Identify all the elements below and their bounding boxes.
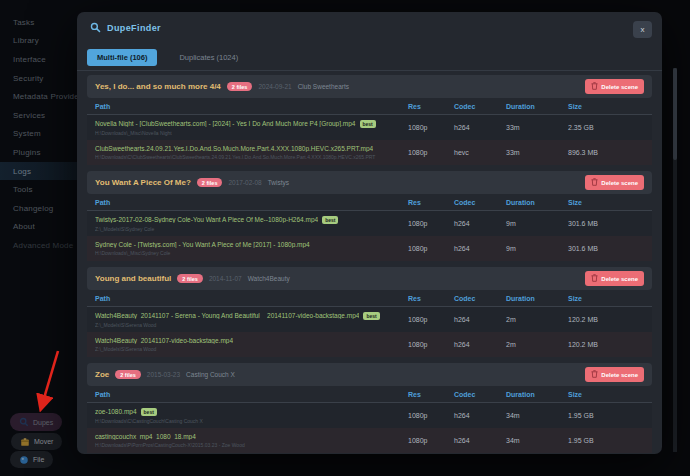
duration-value: 34m xyxy=(506,437,568,444)
file-row: Watch4Beauty_20141107 - Serena - Young A… xyxy=(87,307,652,332)
codec-value: h264 xyxy=(454,341,506,348)
col-size: Size xyxy=(568,103,644,110)
file-rows: zoe-1080.mp4 best H:\Downloads\C\Casting… xyxy=(87,403,652,453)
codec-value: h264 xyxy=(454,316,506,323)
group-date: 2015-03-23 xyxy=(147,371,180,378)
size-value: 301.6 MB xyxy=(568,245,644,252)
col-res: Res xyxy=(408,295,454,302)
dupe-groups: Yes, I do... and so much more 4/4 2 file… xyxy=(77,71,662,453)
file-row: zoe-1080.mp4 best H:\Downloads\C\Casting… xyxy=(87,403,652,428)
file-name: Watch4Beauty_20141107 - Serena - Young A… xyxy=(95,312,408,320)
group-header: Yes, I do... and so much more 4/4 2 file… xyxy=(87,75,652,98)
group-date: 2024-09-21 xyxy=(258,83,291,90)
files-count-badge: 2 files xyxy=(177,274,203,283)
res-value: 1080p xyxy=(408,220,454,227)
col-path: Path xyxy=(95,295,408,302)
file-name: Sydney Cole - [Twistys.com] - You Want A… xyxy=(95,241,408,248)
file-path: Z:\_Models\S\Serena Wood xyxy=(95,346,408,352)
group-date: 2014-11-07 xyxy=(209,275,242,282)
codec-value: h264 xyxy=(454,220,506,227)
path-cell: Watch4Beauty_20141107 - Serena - Young A… xyxy=(95,309,408,331)
group-header: You Want A Piece Of Me? 2 files 2017-02-… xyxy=(87,171,652,194)
file-name-text: Twistys-2017-02-08-Sydney Cole-You Want … xyxy=(95,216,318,223)
group-studio: Casting Couch X xyxy=(186,371,235,378)
duration-value: 2m xyxy=(506,316,568,323)
col-size: Size xyxy=(568,391,644,398)
file-name-text: castingcouchx_mp4_1080_18.mp4 xyxy=(95,433,196,440)
codec-value: h264 xyxy=(454,412,506,419)
table-header: Path Res Codec Duration Size xyxy=(87,290,652,307)
files-count-badge: 2 files xyxy=(115,370,141,379)
file-row: Novella Night - [ClubSweethearts.com] - … xyxy=(87,115,652,140)
codec-value: h264 xyxy=(454,245,506,252)
path-cell: Sydney Cole - [Twistys.com] - You Want A… xyxy=(95,238,408,259)
col-res: Res xyxy=(408,199,454,206)
delete-scene-label: Delete scene xyxy=(601,372,638,378)
delete-scene-button[interactable]: Delete scene xyxy=(585,367,644,382)
res-value: 1080p xyxy=(408,316,454,323)
delete-scene-button[interactable]: Delete scene xyxy=(585,79,644,94)
duration-value: 33m xyxy=(506,124,568,131)
best-badge: best xyxy=(141,408,157,416)
col-duration: Duration xyxy=(506,391,568,398)
path-cell: Watch4Beauty_20141107-video-backstage.mp… xyxy=(95,334,408,355)
delete-scene-label: Delete scene xyxy=(601,276,638,282)
group-title: Yes, I do... and so much more 4/4 xyxy=(95,82,221,91)
group-date: 2017-02-08 xyxy=(228,179,261,186)
file-name: Twistys-2017-02-08-Sydney Cole-You Want … xyxy=(95,216,408,224)
group-studio: Watch4Beauty xyxy=(248,275,290,282)
trash-icon xyxy=(591,370,598,379)
group-title: Young and beautiful xyxy=(95,274,171,283)
file-path: H:\Downloads\_Misc\Sydney Cole xyxy=(95,250,408,256)
best-badge: best xyxy=(322,216,338,224)
file-name-text: zoe-1080.mp4 xyxy=(95,408,137,415)
duration-value: 33m xyxy=(506,149,568,156)
res-value: 1080p xyxy=(408,124,454,131)
trash-icon xyxy=(591,274,598,283)
dupe-group: Young and beautiful 2 files 2014-11-07 W… xyxy=(87,267,652,357)
close-button[interactable]: x xyxy=(633,21,652,38)
size-value: 301.6 MB xyxy=(568,220,644,227)
file-path: H:\Downloads\_Misc\Novella Night xyxy=(95,130,408,136)
file-path: H:\Downloads\P\PornPros\CastingCouch-X\2… xyxy=(95,442,408,448)
duration-value: 34m xyxy=(506,412,568,419)
path-cell: Twistys-2017-02-08-Sydney Cole-You Want … xyxy=(95,213,408,235)
group-studio: Club Sweethearts xyxy=(298,83,349,90)
duration-value: 9m xyxy=(506,245,568,252)
delete-scene-label: Delete scene xyxy=(601,84,638,90)
group-title: You Want A Piece Of Me? xyxy=(95,178,191,187)
tab-duplicates[interactable]: Duplicates (1024) xyxy=(169,49,248,66)
res-value: 1080p xyxy=(408,149,454,156)
col-path: Path xyxy=(95,391,408,398)
delete-scene-button[interactable]: Delete scene xyxy=(585,271,644,286)
group-header: Young and beautiful 2 files 2014-11-07 W… xyxy=(87,267,652,290)
delete-scene-button[interactable]: Delete scene xyxy=(585,175,644,190)
table-header: Path Res Codec Duration Size xyxy=(87,98,652,115)
file-path: H:\Downloads\C\CastingCouch\Casting Couc… xyxy=(95,418,408,424)
tab-bar: Multi-file (106) Duplicates (1024) xyxy=(77,44,662,71)
path-cell: castingcouchx_mp4_1080_18.mp4 H:\Downloa… xyxy=(95,430,408,451)
file-row: castingcouchx_mp4_1080_18.mp4 H:\Downloa… xyxy=(87,428,652,453)
group-title: Zoe xyxy=(95,370,109,379)
col-res: Res xyxy=(408,103,454,110)
file-row: Sydney Cole - [Twistys.com] - You Want A… xyxy=(87,236,652,261)
file-name: Novella Night - [ClubSweethearts.com] - … xyxy=(95,120,408,128)
group-studio: Twistys xyxy=(268,179,289,186)
file-row: ClubSweethearts.24.09.21.Yes.I.Do.And.So… xyxy=(87,140,652,165)
file-rows: Twistys-2017-02-08-Sydney Cole-You Want … xyxy=(87,211,652,261)
dupe-group: Yes, I do... and so much more 4/4 2 file… xyxy=(87,75,652,165)
size-value: 2.35 GB xyxy=(568,124,644,131)
res-value: 1080p xyxy=(408,412,454,419)
page-scrollbar[interactable] xyxy=(673,68,677,452)
file-path: H:\Downloads\C\ClubSweethearts\ClubSweet… xyxy=(95,154,408,160)
tab-multi-file[interactable]: Multi-file (106) xyxy=(87,49,157,66)
files-count-badge: 2 files xyxy=(227,82,253,91)
search-icon xyxy=(90,19,101,37)
file-name-text: ClubSweethearts.24.09.21.Yes.I.Do.And.So… xyxy=(95,145,373,152)
size-value: 120.2 MB xyxy=(568,316,644,323)
col-codec: Codec xyxy=(454,391,506,398)
page-scrollbar-thumb[interactable] xyxy=(673,68,677,160)
codec-value: h264 xyxy=(454,437,506,444)
size-value: 896.3 MB xyxy=(568,149,644,156)
col-path: Path xyxy=(95,103,408,110)
